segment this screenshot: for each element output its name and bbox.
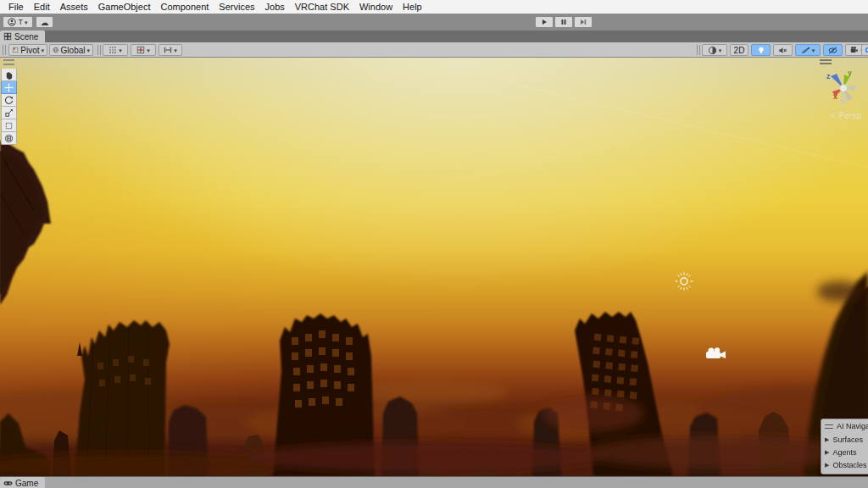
effects-swoosh-icon [801, 46, 810, 55]
scene-grid-icon [3, 32, 12, 41]
menu-assets[interactable]: Assets [55, 1, 93, 13]
global-handle-button[interactable]: Global ▾ [49, 44, 93, 56]
step-button[interactable] [574, 16, 593, 28]
pause-icon [559, 18, 568, 26]
main-toolbar: T ▾ ☁ [0, 14, 868, 30]
directional-light-gizmo[interactable] [676, 273, 693, 291]
orientation-gizmo[interactable]: y z x [815, 64, 863, 115]
globe-icon [53, 46, 59, 54]
move-icon [4, 83, 14, 92]
snap-move-icon [164, 46, 172, 54]
menu-window[interactable]: Window [354, 1, 398, 13]
eye-crossed-icon [828, 46, 837, 55]
scene-view-toolbar: Pivot ▾ Global ▾ ▾ [0, 42, 868, 58]
gizmo-center-ball[interactable] [840, 85, 848, 92]
person-circle-icon [8, 18, 16, 26]
scene-audio-button[interactable] [773, 44, 793, 56]
playmode-controls [535, 16, 593, 28]
mode-2d-label: 2D [734, 46, 745, 55]
ai-nav-surfaces-row[interactable]: ▶ Surfaces [825, 433, 868, 446]
menu-file[interactable]: File [3, 1, 29, 13]
ai-nav-agents-row[interactable]: ▶ Agents [825, 446, 868, 458]
menu-edit[interactable]: Edit [29, 1, 55, 13]
menu-gameobject[interactable]: GameObject [93, 1, 156, 13]
account-label: T [18, 18, 23, 26]
hand-icon [4, 70, 14, 80]
overlay-drag-handle[interactable] [3, 59, 14, 65]
scene-lighting-button[interactable] [751, 44, 771, 56]
global-label: Global [61, 46, 86, 55]
camera-icon [849, 46, 859, 54]
ai-navigation-panel: AI Navigation ▶ Surfaces ▶ Agents ▶ Obst… [821, 419, 868, 474]
account-button[interactable]: T ▾ [3, 16, 33, 28]
menu-help[interactable]: Help [398, 1, 427, 13]
menu-bar: File Edit Assets GameObject Component Se… [0, 0, 868, 14]
mode-2d-button[interactable]: 2D [730, 44, 748, 56]
pivot-label: Pivot [20, 46, 39, 55]
foldout-arrow-icon: ▶ [825, 436, 829, 442]
ai-navigation-header[interactable]: AI Navigation [825, 421, 868, 433]
pivot-mode-button[interactable]: Pivot ▾ [8, 44, 47, 56]
cloud-services-button[interactable]: ☁ [36, 16, 53, 28]
menu-vrchat-sdk[interactable]: VRChat SDK [290, 1, 354, 13]
scale-tool-button[interactable] [1, 107, 17, 119]
rect-tool-button[interactable] [1, 119, 17, 132]
gamepad-icon [3, 480, 13, 487]
projection-label[interactable]: < Persp [831, 111, 862, 120]
tab-scene-label: Scene [14, 32, 38, 42]
rotate-tool-button[interactable] [1, 94, 17, 107]
chevron-down-icon: ▾ [147, 47, 150, 53]
grid-visibility-button[interactable]: ▾ [103, 44, 128, 56]
chevron-down-icon: ▾ [25, 19, 28, 25]
speaker-muted-icon [778, 46, 787, 55]
tab-scene[interactable]: Scene [0, 30, 45, 42]
shaded-sphere-icon [708, 46, 717, 55]
menu-jobs[interactable]: Jobs [260, 1, 290, 13]
toolbar-separator [3, 45, 6, 55]
axis-y-label[interactable]: y [848, 69, 852, 77]
cloud-icon: ☁ [41, 18, 49, 27]
lightbulb-icon [757, 46, 765, 55]
chevron-down-icon: ▾ [119, 47, 122, 53]
scene-render [0, 58, 868, 476]
tab-game-label: Game [15, 479, 38, 488]
pivot-icon [12, 46, 19, 54]
step-icon [579, 18, 587, 26]
ai-navigation-title: AI Navigation [837, 422, 868, 430]
transform-tool-button[interactable] [1, 132, 17, 145]
overlay-drag-handle-icon [825, 424, 833, 429]
chevron-down-icon: ▾ [812, 47, 815, 53]
camera-gizmo[interactable] [706, 347, 726, 358]
scene-viewport[interactable]: y z x < Persp AI Navigation [0, 58, 868, 476]
rotate-icon [4, 96, 14, 105]
play-icon [540, 18, 548, 26]
shading-mode-button[interactable]: ▾ [702, 44, 727, 56]
menu-component[interactable]: Component [155, 1, 214, 13]
gizmos-button[interactable] [861, 44, 868, 56]
ruin-top-left[interactable] [0, 141, 51, 305]
game-tab-strip: Game [0, 476, 868, 488]
menu-services[interactable]: Services [214, 1, 259, 13]
chevron-down-icon: ▾ [174, 47, 177, 53]
gizmos-circle-icon [865, 45, 868, 55]
transform-icon [4, 134, 14, 143]
persp-arrow-icon: < [831, 111, 836, 120]
hidden-objects-button[interactable] [823, 44, 843, 56]
toolbar-separator [97, 45, 101, 55]
tools-overlay [1, 59, 17, 145]
view-tool-button[interactable] [1, 69, 17, 81]
ai-nav-obstacles-row[interactable]: ▶ Obstacles [825, 458, 868, 471]
grid-dots-icon [108, 46, 117, 54]
rect-icon [4, 121, 14, 130]
axis-z-label[interactable]: z [826, 72, 831, 80]
play-button[interactable] [535, 16, 554, 28]
tab-game[interactable]: Game [0, 477, 45, 488]
scene-effects-button[interactable]: ▾ [795, 44, 821, 56]
chevron-down-icon: ▾ [86, 47, 90, 53]
scene-tab-strip: Scene [0, 30, 868, 42]
unity-editor-window: File Edit Assets GameObject Component Se… [0, 0, 868, 488]
pause-button[interactable] [554, 16, 573, 28]
move-tool-button[interactable] [1, 81, 17, 94]
snap-move-button[interactable]: ▾ [159, 44, 182, 56]
snap-increment-button[interactable]: ▾ [131, 44, 156, 56]
